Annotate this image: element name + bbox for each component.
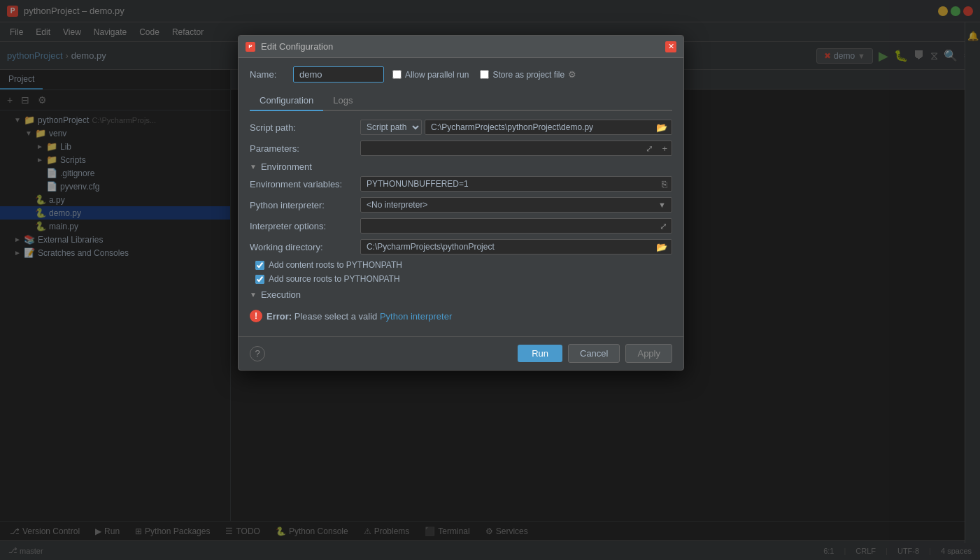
store-gear-icon: ⚙ [568, 69, 576, 80]
cancel-button[interactable]: Cancel [568, 344, 620, 363]
execution-section-label: Execution [261, 289, 301, 300]
env-variables-row: Environment variables: ⎘ [250, 176, 672, 192]
dialog-title: Edit Configuration [261, 41, 665, 52]
script-path-input[interactable] [425, 120, 652, 134]
python-interpreter-dropdown[interactable]: <No interpreter> ▼ [360, 197, 672, 213]
env-section-arrow: ▼ [250, 163, 257, 171]
interpreter-options-input[interactable] [361, 219, 655, 233]
interpreter-options-expand[interactable]: ⤢ [655, 220, 672, 233]
working-directory-input[interactable] [361, 240, 652, 254]
add-content-roots-label: Add content roots to PYTHONPATH [269, 260, 402, 270]
environment-section-label: Environment [261, 161, 312, 172]
add-source-roots-checkbox[interactable] [255, 275, 264, 284]
env-copy-button[interactable]: ⎘ [658, 178, 672, 191]
checkbox-group: Allow parallel run Store as project file… [392, 69, 576, 80]
name-input[interactable] [293, 66, 384, 82]
parameters-input[interactable] [361, 141, 641, 155]
script-path-label: Script path: [250, 122, 355, 133]
script-path-mode-select[interactable]: Script path [360, 120, 422, 135]
allow-parallel-checkbox-label[interactable]: Allow parallel run [392, 70, 469, 80]
dialog-icon: P [246, 42, 255, 52]
parameters-add-button[interactable]: + [658, 142, 672, 155]
environment-section-header[interactable]: ▼ Environment [250, 161, 672, 172]
python-interpreter-label: Python interpreter: [250, 200, 355, 210]
tab-configuration[interactable]: Configuration [250, 91, 323, 111]
script-path-row: Script path: Script path 📂 [250, 120, 672, 135]
edit-configuration-dialog: P Edit Configuration ✕ Name: Allow paral… [238, 35, 684, 371]
script-path-browse-button[interactable]: 📂 [652, 121, 672, 134]
store-as-project-checkbox-label[interactable]: Store as project file ⚙ [480, 69, 576, 80]
dialog-close-button[interactable]: ✕ [665, 41, 676, 52]
parameters-row: Parameters: ⤢ + [250, 141, 672, 156]
name-label: Name: [250, 69, 285, 80]
add-source-roots-label: Add source roots to PYTHONPATH [269, 274, 400, 284]
env-variables-label: Environment variables: [250, 179, 355, 189]
apply-button[interactable]: Apply [625, 344, 672, 363]
error-row: ! Error: Please select a valid Python in… [250, 304, 672, 328]
interpreter-options-label: Interpreter options: [250, 221, 355, 231]
name-row: Name: Allow parallel run Store as projec… [250, 66, 672, 82]
add-source-roots-row: Add source roots to PYTHONPATH [255, 274, 672, 284]
add-content-roots-checkbox[interactable] [255, 261, 264, 270]
execution-section-header[interactable]: ▼ Execution [250, 289, 672, 300]
error-python-interpreter-link[interactable]: Python interpreter [380, 311, 452, 322]
working-directory-row: Working directory: 📂 [250, 239, 672, 254]
exec-section-arrow: ▼ [250, 291, 257, 299]
working-directory-label: Working directory: [250, 242, 355, 252]
help-button[interactable]: ? [250, 346, 265, 361]
allow-parallel-checkbox[interactable] [392, 70, 402, 79]
env-variables-input[interactable] [361, 177, 658, 191]
working-directory-browse[interactable]: 📂 [652, 240, 672, 254]
tab-logs[interactable]: Logs [323, 91, 362, 110]
dialog-tabs: Configuration Logs [250, 91, 672, 111]
error-icon: ! [250, 310, 262, 322]
dialog-footer: ? Run Cancel Apply [239, 336, 683, 370]
store-as-project-checkbox[interactable] [480, 70, 489, 79]
python-interpreter-row: Python interpreter: <No interpreter> ▼ [250, 197, 672, 213]
dialog-body: Name: Allow parallel run Store as projec… [239, 58, 683, 336]
error-label: Error: Please select a valid Python inte… [267, 311, 452, 322]
add-content-roots-row: Add content roots to PYTHONPATH [255, 260, 672, 270]
dialog-titlebar: P Edit Configuration ✕ [239, 36, 683, 58]
run-button-dialog[interactable]: Run [518, 345, 562, 362]
parameters-expand-button[interactable]: ⤢ [641, 142, 658, 155]
dropdown-arrow-icon: ▼ [658, 201, 666, 209]
parameters-label: Parameters: [250, 143, 355, 154]
interpreter-options-row: Interpreter options: ⤢ [250, 218, 672, 234]
